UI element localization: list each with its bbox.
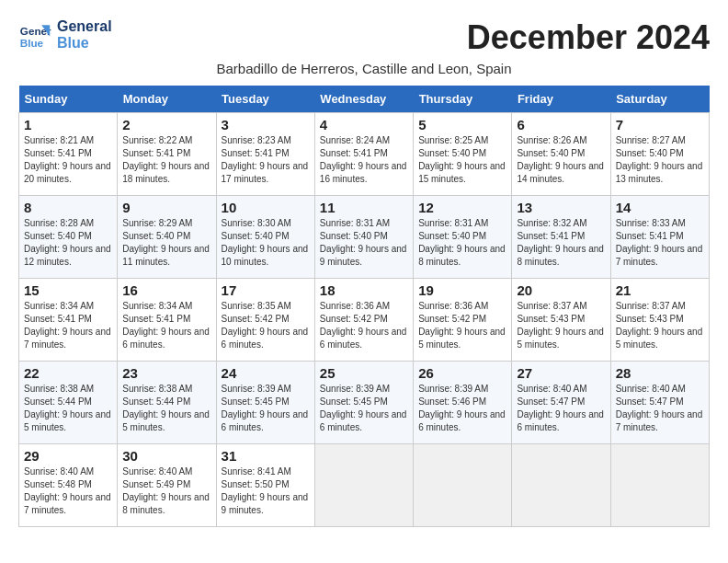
day-number: 15 <box>24 282 112 298</box>
table-row: 9Sunrise: 8:29 AM Sunset: 5:40 PM Daylig… <box>118 196 216 279</box>
day-info: Sunrise: 8:37 AM Sunset: 5:43 PM Dayligh… <box>616 300 704 351</box>
month-title: December 2024 <box>467 18 710 57</box>
day-info: Sunrise: 8:32 AM Sunset: 5:41 PM Dayligh… <box>517 217 605 269</box>
location-title: Barbadillo de Herreros, Castille and Leo… <box>18 61 710 76</box>
day-number: 26 <box>418 365 506 381</box>
day-info: Sunrise: 8:38 AM Sunset: 5:44 PM Dayligh… <box>24 383 112 434</box>
table-row: 1Sunrise: 8:21 AM Sunset: 5:41 PM Daylig… <box>19 113 118 196</box>
day-info: Sunrise: 8:35 AM Sunset: 5:42 PM Dayligh… <box>222 300 310 351</box>
day-number: 3 <box>222 117 310 132</box>
day-number: 1 <box>24 117 112 132</box>
col-header-thursday: Thursday <box>414 86 512 113</box>
table-row: 23Sunrise: 8:38 AM Sunset: 5:44 PM Dayli… <box>118 362 216 444</box>
day-info: Sunrise: 8:36 AM Sunset: 5:42 PM Dayligh… <box>418 300 506 351</box>
table-row <box>414 444 512 527</box>
svg-text:Blue: Blue <box>20 37 44 49</box>
day-number: 23 <box>122 365 210 381</box>
table-row: 7Sunrise: 8:27 AM Sunset: 5:40 PM Daylig… <box>610 113 709 196</box>
table-row: 25Sunrise: 8:39 AM Sunset: 5:45 PM Dayli… <box>314 362 413 444</box>
day-info: Sunrise: 8:27 AM Sunset: 5:40 PM Dayligh… <box>616 134 704 186</box>
day-info: Sunrise: 8:40 AM Sunset: 5:47 PM Dayligh… <box>616 383 704 434</box>
day-number: 19 <box>418 282 506 298</box>
day-info: Sunrise: 8:25 AM Sunset: 5:40 PM Dayligh… <box>418 134 506 186</box>
day-number: 9 <box>122 200 210 215</box>
day-info: Sunrise: 8:34 AM Sunset: 5:41 PM Dayligh… <box>24 300 112 351</box>
day-info: Sunrise: 8:39 AM Sunset: 5:45 PM Dayligh… <box>222 383 310 434</box>
logo-line1: General <box>57 18 112 35</box>
day-number: 17 <box>222 282 310 298</box>
day-number: 21 <box>616 282 704 298</box>
day-number: 16 <box>122 282 210 298</box>
day-info: Sunrise: 8:34 AM Sunset: 5:41 PM Dayligh… <box>122 300 210 351</box>
day-info: Sunrise: 8:40 AM Sunset: 5:48 PM Dayligh… <box>24 465 112 517</box>
day-number: 12 <box>418 200 506 215</box>
table-row: 12Sunrise: 8:31 AM Sunset: 5:40 PM Dayli… <box>414 196 512 279</box>
day-info: Sunrise: 8:37 AM Sunset: 5:43 PM Dayligh… <box>517 300 605 351</box>
col-header-tuesday: Tuesday <box>216 86 314 113</box>
day-info: Sunrise: 8:38 AM Sunset: 5:44 PM Dayligh… <box>122 383 210 434</box>
day-info: Sunrise: 8:24 AM Sunset: 5:41 PM Dayligh… <box>320 134 408 186</box>
table-row <box>512 444 610 527</box>
table-row: 4Sunrise: 8:24 AM Sunset: 5:41 PM Daylig… <box>314 113 413 196</box>
table-row: 14Sunrise: 8:33 AM Sunset: 5:41 PM Dayli… <box>610 196 709 279</box>
col-header-friday: Friday <box>512 86 610 113</box>
day-info: Sunrise: 8:22 AM Sunset: 5:41 PM Dayligh… <box>122 134 210 186</box>
day-number: 20 <box>517 282 605 298</box>
calendar-table: Sunday Monday Tuesday Wednesday Thursday… <box>18 86 710 527</box>
day-info: Sunrise: 8:26 AM Sunset: 5:40 PM Dayligh… <box>517 134 605 186</box>
day-number: 8 <box>24 200 112 215</box>
col-header-saturday: Saturday <box>610 86 709 113</box>
day-number: 30 <box>122 448 210 464</box>
table-row <box>314 444 413 527</box>
logo: General Blue General Blue <box>18 18 112 52</box>
table-row: 13Sunrise: 8:32 AM Sunset: 5:41 PM Dayli… <box>512 196 610 279</box>
day-number: 25 <box>320 365 408 381</box>
day-number: 22 <box>24 365 112 381</box>
table-row: 6Sunrise: 8:26 AM Sunset: 5:40 PM Daylig… <box>512 113 610 196</box>
col-header-wednesday: Wednesday <box>314 86 413 113</box>
day-info: Sunrise: 8:28 AM Sunset: 5:40 PM Dayligh… <box>24 217 112 269</box>
logo-icon: General Blue <box>18 18 51 52</box>
table-row: 28Sunrise: 8:40 AM Sunset: 5:47 PM Dayli… <box>610 362 709 444</box>
day-info: Sunrise: 8:40 AM Sunset: 5:49 PM Dayligh… <box>122 465 210 517</box>
day-info: Sunrise: 8:31 AM Sunset: 5:40 PM Dayligh… <box>320 217 408 269</box>
day-number: 29 <box>24 448 112 464</box>
table-row: 3Sunrise: 8:23 AM Sunset: 5:41 PM Daylig… <box>216 113 314 196</box>
table-row: 27Sunrise: 8:40 AM Sunset: 5:47 PM Dayli… <box>512 362 610 444</box>
table-row: 30Sunrise: 8:40 AM Sunset: 5:49 PM Dayli… <box>118 444 216 527</box>
table-row: 19Sunrise: 8:36 AM Sunset: 5:42 PM Dayli… <box>414 279 512 362</box>
table-row <box>610 444 709 527</box>
table-row: 31Sunrise: 8:41 AM Sunset: 5:50 PM Dayli… <box>216 444 314 527</box>
day-number: 13 <box>517 200 605 215</box>
day-info: Sunrise: 8:33 AM Sunset: 5:41 PM Dayligh… <box>616 217 704 269</box>
day-info: Sunrise: 8:40 AM Sunset: 5:47 PM Dayligh… <box>517 383 605 434</box>
day-number: 6 <box>517 117 605 132</box>
day-info: Sunrise: 8:29 AM Sunset: 5:40 PM Dayligh… <box>122 217 210 269</box>
table-row: 8Sunrise: 8:28 AM Sunset: 5:40 PM Daylig… <box>19 196 118 279</box>
day-number: 18 <box>320 282 408 298</box>
day-info: Sunrise: 8:23 AM Sunset: 5:41 PM Dayligh… <box>222 134 310 186</box>
day-info: Sunrise: 8:30 AM Sunset: 5:40 PM Dayligh… <box>222 217 310 269</box>
table-row: 18Sunrise: 8:36 AM Sunset: 5:42 PM Dayli… <box>314 279 413 362</box>
table-row: 10Sunrise: 8:30 AM Sunset: 5:40 PM Dayli… <box>216 196 314 279</box>
table-row: 2Sunrise: 8:22 AM Sunset: 5:41 PM Daylig… <box>118 113 216 196</box>
day-info: Sunrise: 8:39 AM Sunset: 5:46 PM Dayligh… <box>418 383 506 434</box>
day-info: Sunrise: 8:31 AM Sunset: 5:40 PM Dayligh… <box>418 217 506 269</box>
day-info: Sunrise: 8:39 AM Sunset: 5:45 PM Dayligh… <box>320 383 408 434</box>
day-number: 28 <box>616 365 704 381</box>
day-number: 4 <box>320 117 408 132</box>
day-info: Sunrise: 8:21 AM Sunset: 5:41 PM Dayligh… <box>24 134 112 186</box>
day-number: 2 <box>122 117 210 132</box>
table-row: 5Sunrise: 8:25 AM Sunset: 5:40 PM Daylig… <box>414 113 512 196</box>
header: General Blue General Blue December 2024 <box>18 18 710 57</box>
day-number: 7 <box>616 117 704 132</box>
table-row: 29Sunrise: 8:40 AM Sunset: 5:48 PM Dayli… <box>19 444 118 527</box>
table-row: 20Sunrise: 8:37 AM Sunset: 5:43 PM Dayli… <box>512 279 610 362</box>
day-number: 14 <box>616 200 704 215</box>
table-row: 17Sunrise: 8:35 AM Sunset: 5:42 PM Dayli… <box>216 279 314 362</box>
day-info: Sunrise: 8:41 AM Sunset: 5:50 PM Dayligh… <box>222 465 310 517</box>
day-info: Sunrise: 8:36 AM Sunset: 5:42 PM Dayligh… <box>320 300 408 351</box>
table-row: 16Sunrise: 8:34 AM Sunset: 5:41 PM Dayli… <box>118 279 216 362</box>
day-number: 10 <box>222 200 310 215</box>
table-row: 11Sunrise: 8:31 AM Sunset: 5:40 PM Dayli… <box>314 196 413 279</box>
